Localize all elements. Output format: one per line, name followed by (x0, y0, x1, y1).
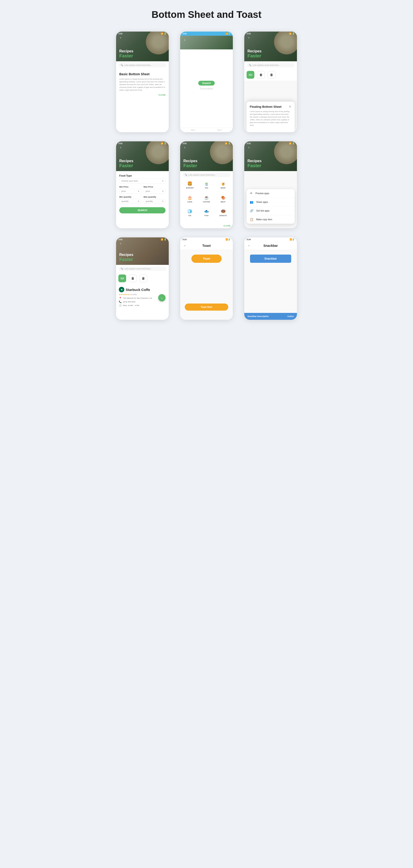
status-bar-5: 3:02 📶🔋 (180, 141, 233, 146)
context-preview-apps[interactable]: 👁 Preview apps (246, 189, 295, 198)
status-bar-2: 3:02 📶🔋 (180, 32, 233, 36)
hero-text-3: Recipes Faster (247, 49, 261, 59)
hero-image-4: 3:02 📶🔋 ‹ Recipes Faster (116, 141, 169, 171)
search-placeholder-1: Lets explore some food here... (124, 64, 152, 66)
back-button-3[interactable]: ‹ (246, 35, 251, 40)
min-qty-val-4: quantity (121, 200, 129, 203)
food-item-meat[interactable]: 🍖 MEAT (216, 195, 231, 207)
search-bar-3[interactable]: 🔍 Lets explore some food here... (246, 63, 295, 67)
max-price-col-4: Max Price price ▾ (144, 186, 166, 193)
min-qty-select-4[interactable]: quantity ▾ (119, 199, 141, 204)
action-btn-active-7[interactable]: 🍽 (118, 275, 126, 282)
phones-grid: 3:02 📶🔋 ‹ Recipes Faster 🔍 Lets explore … (116, 32, 297, 320)
back-button-2[interactable]: ‹ (182, 37, 187, 42)
tea-label: TEA (205, 187, 208, 189)
status-time-7: 3:02 (118, 238, 122, 241)
coffee-label: COFFEE (203, 201, 210, 203)
food-item-tea[interactable]: 🍵 TEA (199, 181, 214, 193)
back-arrow-9[interactable]: ← (247, 244, 251, 247)
close-x-3[interactable]: ✕ (289, 105, 291, 108)
min-price-col-4: Min Price price ▾ (119, 186, 141, 193)
max-price-label-4: Max Price (144, 186, 166, 188)
address-text-7: 740 Valencia St, San Francisco, CA (123, 297, 152, 299)
action-btn-active-3[interactable]: 🍽 (246, 71, 254, 79)
action-btn-2-3[interactable]: 🗑 (257, 71, 265, 79)
hero-text-6: Recipes Faster (247, 159, 261, 168)
hero-image-2: ‹ (180, 36, 233, 50)
action-btn-2-7[interactable]: 🗑 (129, 275, 137, 282)
hero-line2-4: Faster (119, 163, 133, 168)
food-item-fish[interactable]: 🐟 FISH (199, 209, 214, 221)
search-placeholder-3: Lets explore some food here... (253, 64, 281, 66)
tab-item-1[interactable]: Item 1 (180, 129, 206, 131)
link-icon: 🔗 (250, 209, 254, 213)
toast-header-8: ← Toast (180, 242, 233, 250)
back-button-7[interactable]: ‹ (118, 241, 123, 246)
tab-label-1: Item 1 (191, 129, 196, 131)
status-bar-4: 3:02 📶🔋 (116, 141, 169, 146)
back-button-6[interactable]: ‹ (246, 145, 251, 150)
phone-context-menu: 3:02 📶🔋 ‹ Recipes Faster 👁 Preview apps … (244, 141, 297, 228)
restaurant-card-7: ★ Starbuck Coffe ★★★★★ 4.9 (245) 📍 740 V… (116, 284, 169, 320)
snackbar-description-9: Snackbar Description (247, 315, 269, 317)
fish-label: FISH (204, 215, 209, 216)
search-button-4[interactable]: SEARCH (119, 207, 166, 213)
context-share-apps[interactable]: 👥 Share apps (246, 198, 295, 207)
min-qty-label-4: Min quantity (119, 196, 141, 198)
toast-trigger-button-8[interactable]: Toast (191, 254, 222, 263)
snackbar-trigger-button-9[interactable]: Snackbar (250, 254, 291, 263)
max-price-select-4[interactable]: price ▾ (144, 189, 166, 193)
search-icon-1: 🔍 (121, 64, 123, 66)
toast-title-8: Toast (202, 244, 211, 247)
hero-text-4: Recipes Faster (119, 159, 133, 168)
location-icon-7: 📍 (119, 297, 122, 300)
food-close-5[interactable]: CLOSE (180, 223, 233, 228)
food-item-donuts[interactable]: 🍩 DONUTS (216, 209, 231, 221)
floating-bs-3: Floating Bottom Sheet ✕ Lorem ipsum is s… (246, 101, 295, 132)
back-button-1[interactable]: ‹ (118, 35, 123, 40)
context-copy-item[interactable]: 📋 Make copy item (246, 215, 295, 224)
close-button-1[interactable]: CLOSE (119, 94, 166, 96)
search-bar-1[interactable]: 🔍 Lets explore some food here... (118, 63, 167, 67)
food-item-ice[interactable]: 🧊 ICE (182, 209, 197, 221)
fab-button-7[interactable]: ↓ (158, 294, 166, 302)
chevron-down-icon-8: ▾ (162, 200, 164, 203)
back-button-5[interactable]: ‹ (182, 145, 187, 150)
food-item-beer[interactable]: 🍺 BEER (216, 181, 231, 193)
food-item-cake[interactable]: 🎂 CAKE (182, 195, 197, 207)
context-menu-6: 👁 Preview apps 👥 Share apps 🔗 Get link a… (246, 189, 295, 224)
min-price-select-4[interactable]: price ▾ (119, 189, 141, 193)
status-icons-6: 📶🔋 (289, 142, 295, 145)
status-icons-4: 📶🔋 (161, 142, 167, 145)
status-icons-3: 📶🔋 (289, 32, 295, 35)
tab-item-2[interactable]: Item 2 (206, 129, 233, 131)
snackbar-action-9[interactable]: Action (287, 315, 294, 317)
meat-label: MEAT (221, 201, 226, 203)
back-button-4[interactable]: ‹ (118, 145, 123, 150)
donuts-icon: 🍩 (221, 209, 226, 214)
filter-section-4: Food Type Choose your food ▾ Min Price p… (119, 174, 166, 213)
back-arrow-8[interactable]: ← (183, 244, 186, 247)
search-bar-7[interactable]: 🔍 Lets explore some food here... (118, 267, 167, 271)
bs-title-1: Basic Bottom Sheet (119, 72, 166, 76)
floating-bs-header-3: Floating Bottom Sheet ✕ (250, 105, 291, 108)
status-bar-6: 3:02 📶🔋 (244, 141, 297, 146)
max-qty-label-4: Max quantity (144, 196, 166, 198)
food-item-burger[interactable]: 🍔 BURGER (182, 181, 197, 193)
max-qty-val-4: quantity (146, 200, 153, 203)
phone-basic-bottom-sheet: 3:02 📶🔋 ‹ Recipes Faster 🔍 Lets explore … (116, 32, 169, 132)
status-icons-2: 📶🔋 (226, 32, 231, 35)
status-time-4: 3:02 (118, 142, 122, 145)
search-bar-5[interactable]: 🔍 Lets explore some food here... (182, 173, 231, 177)
expand-pill[interactable]: Expand (198, 81, 215, 86)
hero-text-5: Recipes Faster (183, 159, 197, 168)
phone-food-grid: 3:02 📶🔋 ‹ Recipes Faster 🔍 Lets explore … (180, 141, 233, 228)
food-item-coffee[interactable]: ☕ COFFEE (199, 195, 214, 207)
action-btn-3-3[interactable]: 🗑 (268, 71, 275, 79)
max-qty-select-4[interactable]: quantity ▾ (144, 199, 166, 204)
beer-label: BEER (221, 187, 226, 189)
context-get-link[interactable]: 🔗 Get link apps (246, 207, 295, 215)
hero-line1-4: Recipes (119, 159, 133, 163)
action-btn-3-7[interactable]: 🗑 (140, 275, 147, 282)
food-select-4[interactable]: Choose your food ▾ (119, 178, 166, 183)
